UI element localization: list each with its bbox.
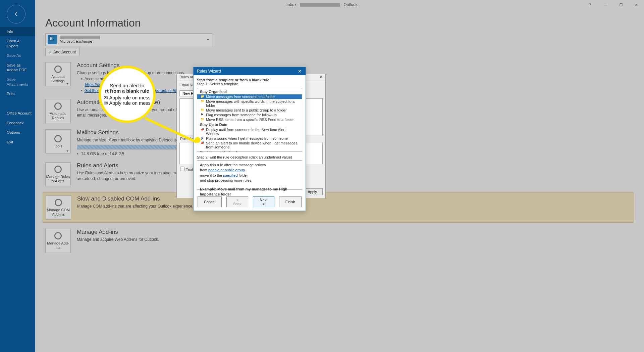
big-btn-label: Account Settings [46,75,70,83]
title-left: Inbox - [286,2,299,7]
mag-line4: Apply rule on mess [109,100,150,106]
callout-dot [195,137,201,143]
sidebar-item-feedback[interactable]: Feedback [0,118,35,128]
template-item-icon: ⚑ [201,113,205,117]
plus-icon: + [49,50,51,54]
wizard-step1-label: Step 1: Select a template [197,82,302,86]
template-listbox[interactable]: Stay Organized📁Move messages from someon… [197,88,302,152]
window-controls: ? — ❐ ✕ [582,0,644,9]
maximize-button[interactable]: ❐ [613,0,629,9]
automatic-replies-button[interactable]: Automatic Replies [45,99,71,123]
account-settings-button[interactable]: Account Settings [45,62,71,86]
section-title: Manage Add-ins [77,229,159,235]
main-panel: Account Information Microsoft Exchange +… [35,13,644,352]
desc-line4: and stop processing more rules [200,178,299,183]
account-type: Microsoft Exchange [60,39,100,44]
wizard-cancel-button[interactable]: Cancel [198,196,222,207]
title-right: - Outlook [341,2,358,7]
close-icon[interactable]: ✕ [320,75,323,80]
template-item-icon: 📣 [201,128,205,132]
wizard-heading: Start from a template or from a blank ru… [197,78,302,82]
wizard-title: Rules Wizard [197,69,221,74]
section-desc: Manage COM add-ins that are affecting yo… [77,204,194,209]
account-dropdown[interactable]: Microsoft Exchange [45,33,212,46]
help-button[interactable]: ? [582,0,598,9]
manage-com-add-ins-button[interactable]: Manage COM Add-ins [46,195,71,220]
title-redacted [300,3,340,7]
window-titlebar: Inbox - - Outlook ? — ❐ ✕ [0,0,644,9]
sidebar-item-open-export[interactable]: Open & Export [0,36,35,51]
add-account-label: Add Account [53,50,76,54]
account-email-redacted [60,36,100,39]
wizard-back-button: < Back [226,196,248,207]
page-title: Account Information [45,17,634,29]
manage-add-ins-button[interactable]: Manage Add-ins [45,229,71,253]
section-title: Slow and Disabled COM Add-ins [77,195,194,202]
template-item[interactable]: 📁Move messages from someone to a folder [197,94,302,99]
template-item-icon: 📣 [201,141,205,145]
manage-rules-alerts-button[interactable]: Manage Rules & Alerts [45,162,71,186]
section-title: Account Settings [77,62,209,69]
rule-description-editor[interactable]: Apply this rule after the message arrive… [197,160,302,190]
sidebar-item-save-as[interactable]: Save As [0,51,35,60]
section-desc: Manage and acquire Web Add-ins for Outlo… [77,237,159,242]
wizard-next-button[interactable]: Next > [253,196,274,207]
mag-line1: Send an alert to [110,83,144,88]
backstage-sidebar: InfoOpen & ExportSave AsSave as Adobe PD… [0,0,35,352]
desc-l3b: folder [238,173,248,177]
sidebar-item-exit[interactable]: Exit [0,137,35,147]
desc-l2a: from [200,168,208,172]
back-button[interactable] [7,5,25,24]
sidebar-item-save-as-adobe-pdf[interactable]: Save as Adobe PDF [0,60,35,75]
template-item[interactable]: ⚑Flag messages from someone for follow-u… [197,113,302,117]
wizard-finish-button[interactable]: Finish [279,196,302,207]
template-item[interactable]: 📁Move messages with specific words in th… [197,99,302,108]
template-item-icon: 📁 [201,95,205,99]
template-group-header: Start from a blank rule [197,149,302,152]
add-account-button[interactable]: + Add Account [45,48,79,56]
big-btn-label: Automatic Replies [46,112,70,120]
storage-progress [77,145,179,149]
mag-line2: rt from a blank rule [105,88,149,94]
sidebar-item-save-attachments[interactable]: Save Attachments [0,75,35,89]
chevron-down-icon [66,150,68,152]
people-link[interactable]: people or public group [208,168,245,172]
exchange-icon [48,35,57,44]
template-item-icon: 🔊 [201,136,205,140]
chevron-down-icon [207,39,209,41]
specified-link[interactable]: specified [223,173,237,177]
template-item[interactable]: 📣Send an alert to my mobile device when … [197,141,302,149]
big-btn-label: Tools [54,144,62,148]
template-item-icon: 📁 [201,108,205,112]
minimize-button[interactable]: — [598,0,613,9]
sidebar-item-print[interactable]: Print [0,89,35,98]
template-item[interactable]: 📁Move RSS items from a specific RSS Feed… [197,117,302,122]
wizard-step2-label: Step 2: Edit the rule description (click… [197,155,302,159]
template-group-header: Stay Up to Date [197,122,302,127]
sidebar-item-info[interactable]: Info [0,27,35,36]
sidebar-item-office-account[interactable]: Office Account [0,108,35,118]
template-item-icon: 📁 [201,118,205,122]
mag-line3: Apply rule on mess [109,95,150,100]
wizard-close-icon[interactable]: ✕ [297,69,302,74]
template-item[interactable]: 📣Display mail from someone in the New It… [197,127,302,136]
big-btn-label: Manage Add-ins [46,241,70,250]
template-item[interactable]: 📁Move messages sent to a public group to… [197,108,302,113]
big-btn-label: Manage Rules & Alerts [46,175,70,183]
template-item-icon: 📁 [201,99,205,103]
desc-line1: Apply this rule after the message arrive… [200,163,299,168]
sidebar-item-options[interactable]: Options [0,128,35,137]
template-group-header: Stay Organized [197,89,302,94]
big-btn-label: Manage COM Add-ins [46,208,71,217]
desc-l3a: move it to the [200,173,223,177]
rules-wizard-dialog: Rules Wizard ✕ Start from a template or … [193,67,306,211]
close-button[interactable]: ✕ [629,0,644,9]
template-item[interactable]: 🔊Play a sound when I get messages from s… [197,136,302,141]
chevron-down-icon [66,83,68,85]
magnifier-callout: Send an alert to rt from a blank rule ✉ … [99,66,156,123]
tools-button[interactable]: Tools [45,129,71,153]
